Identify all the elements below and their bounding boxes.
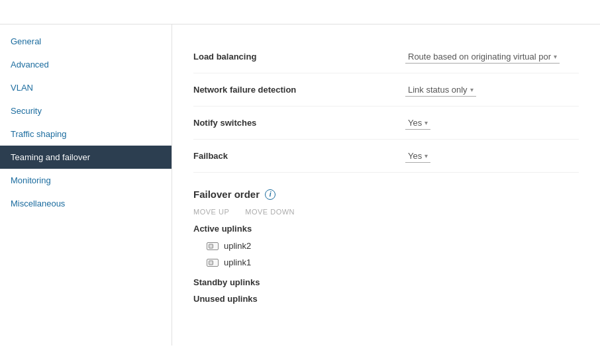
sidebar-item-traffic-shaping[interactable]: Traffic shaping [0,122,172,146]
sidebar-item-security[interactable]: Security [0,99,172,122]
dropdown-value-load-balancing: Route based on originating virtual por [408,52,551,62]
sidebar-item-general[interactable]: General [0,30,172,53]
value-notify-switches: Yes▾ [405,116,579,130]
uplink-icon [207,242,219,250]
unused-uplinks-label: Unused uplinks [193,294,579,304]
standby-uplinks-label: Standby uplinks [193,277,579,287]
dropdown-notify-switches[interactable]: Yes▾ [405,116,430,130]
label-load-balancing: Load balancing [193,52,405,62]
dropdown-load-balancing[interactable]: Route based on originating virtual por▾ [405,50,560,64]
dropdown-network-failure-detection[interactable]: Link status only▾ [405,83,476,97]
form-row-failback: FailbackYes▾ [193,140,579,173]
value-failback: Yes▾ [405,150,579,163]
chevron-down-icon: ▾ [425,119,428,126]
label-network-failure-detection: Network failure detection [193,85,405,95]
dropdown-value-notify-switches: Yes [408,118,422,128]
chevron-down-icon: ▾ [470,86,474,93]
label-notify-switches: Notify switches [193,118,405,128]
move-down-button[interactable]: MOVE DOWN [245,208,295,216]
value-load-balancing: Route based on originating virtual por▾ [405,50,579,64]
sidebar-item-advanced[interactable]: Advanced [0,53,172,76]
form-row-notify-switches: Notify switchesYes▾ [193,107,579,140]
sidebar-item-teaming-failover[interactable]: Teaming and failover [0,146,172,169]
failover-order-label: Failover order [193,189,260,200]
chevron-down-icon: ▾ [554,53,557,60]
sidebar-item-vlan[interactable]: VLAN [0,76,172,99]
page-header [0,0,600,24]
sidebar-item-miscellaneous[interactable]: Miscellaneous [0,192,172,215]
form-row-network-failure-detection: Network failure detectionLink status onl… [193,73,579,107]
uplink-item-uplink1[interactable]: uplink1 [193,254,579,271]
value-network-failure-detection: Link status only▾ [405,83,579,97]
chevron-down-icon: ▾ [425,152,428,159]
active-uplinks-label: Active uplinks [193,224,579,234]
dropdown-value-network-failure-detection: Link status only [408,85,468,95]
uplink-icon [207,259,219,267]
dropdown-failback[interactable]: Yes▾ [405,150,430,163]
uplink-name-uplink1: uplink1 [224,257,251,267]
info-icon[interactable]: i [265,189,275,200]
sidebar: GeneralAdvancedVLANSecurityTraffic shapi… [0,24,172,345]
uplink-name-uplink2: uplink2 [224,241,251,251]
failover-order-title: Failover orderi [193,189,579,200]
dropdown-value-failback: Yes [408,151,422,161]
move-actions: MOVE UPMOVE DOWN [193,208,579,216]
uplink-item-uplink2[interactable]: uplink2 [193,238,579,254]
form-row-load-balancing: Load balancingRoute based on originating… [193,40,579,73]
move-up-button[interactable]: MOVE UP [193,208,229,216]
sidebar-item-monitoring[interactable]: Monitoring [0,169,172,192]
main-content: Load balancingRoute based on originating… [172,24,600,345]
main-layout: GeneralAdvancedVLANSecurityTraffic shapi… [0,24,600,345]
label-failback: Failback [193,151,405,161]
